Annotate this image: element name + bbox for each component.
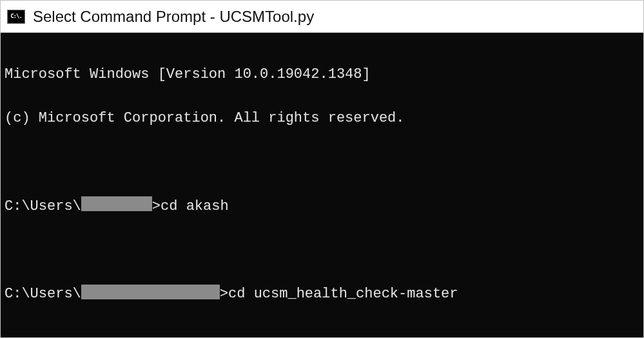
- blank-line: [5, 327, 639, 337]
- path-prefix: C:\Users\: [5, 286, 81, 302]
- path-prefix: C:\Users\: [5, 198, 81, 214]
- prompt-line: C:\Users\>cd ucsm_health_check-master: [5, 283, 639, 305]
- titlebar[interactable]: C:\. Select Command Prompt - UCSMTool.py: [1, 1, 643, 33]
- blank-line: [5, 151, 639, 173]
- redacted-path: [81, 285, 220, 299]
- blank-line: [5, 239, 639, 261]
- terminal-icon: C:\.: [7, 10, 25, 24]
- command-text: >cd ucsm_health_check-master: [220, 286, 458, 302]
- redacted-username: [81, 196, 152, 211]
- banner-line: Microsoft Windows [Version 10.0.19042.13…: [5, 64, 639, 86]
- banner-line: (c) Microsoft Corporation. All rights re…: [5, 108, 639, 129]
- prompt-line: C:\Users\>cd akash: [5, 196, 639, 218]
- terminal-output[interactable]: Microsoft Windows [Version 10.0.19042.13…: [1, 33, 643, 337]
- command-prompt-window: C:\. Select Command Prompt - UCSMTool.py…: [0, 0, 644, 338]
- window-title: Select Command Prompt - UCSMTool.py: [33, 8, 314, 26]
- command-text: >cd akash: [152, 198, 229, 214]
